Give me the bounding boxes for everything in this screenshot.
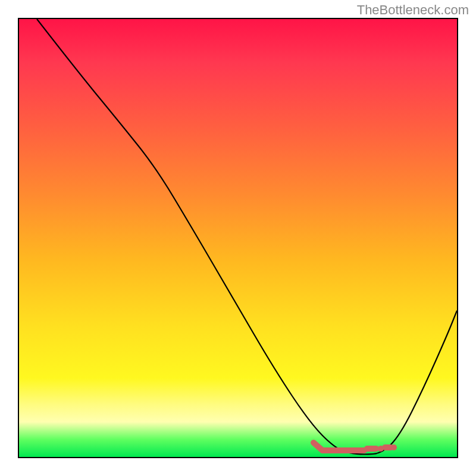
chart-overlay xyxy=(19,19,457,457)
svg-point-4 xyxy=(378,446,384,452)
curve-line xyxy=(37,19,457,455)
chart-plot-area xyxy=(18,18,458,458)
watermark-text: TheBottleneck.com xyxy=(357,2,469,18)
chart-container: TheBottleneck.com xyxy=(0,0,476,476)
svg-point-5 xyxy=(391,444,397,450)
bottom-markers xyxy=(314,443,397,452)
